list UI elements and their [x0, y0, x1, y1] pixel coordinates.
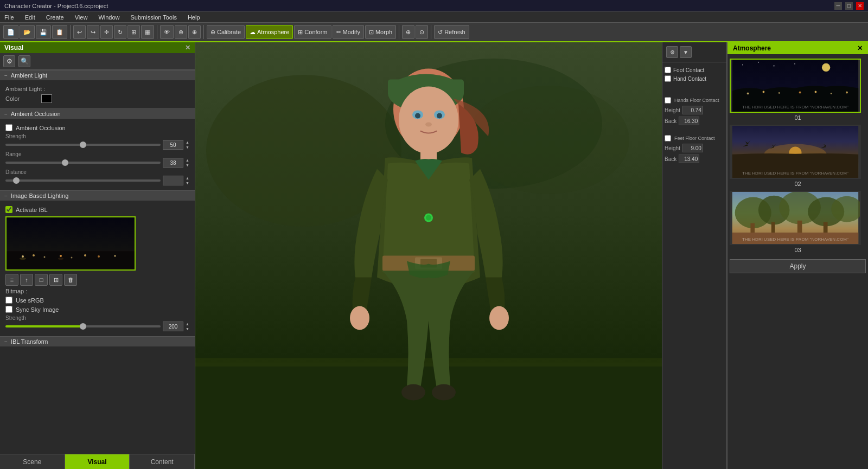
- conform-btn[interactable]: ⊞ Conform: [294, 25, 331, 39]
- strength-value[interactable]: [163, 140, 183, 150]
- range-label: Range: [5, 151, 189, 157]
- apply-button[interactable]: Apply: [730, 259, 866, 273]
- ibl-tool-delete[interactable]: 🗑: [64, 274, 77, 286]
- distance-down[interactable]: ▼: [186, 181, 189, 185]
- range-down[interactable]: ▼: [186, 163, 189, 168]
- hdri-watermark-01: THE HDRI USED HERE IS FROM "NORHAVEN.COM…: [731, 105, 860, 110]
- hand-contact-checkbox[interactable]: [665, 75, 671, 82]
- strength-up[interactable]: ▲: [186, 140, 189, 145]
- minimize-btn[interactable]: ─: [834, 2, 842, 10]
- morph-label: Morph: [375, 29, 392, 35]
- height-input-2[interactable]: [682, 144, 703, 152]
- ambient-light-header[interactable]: − Ambient Light: [0, 70, 195, 80]
- menu-edit[interactable]: Edit: [23, 14, 37, 21]
- svg-point-25: [437, 113, 442, 119]
- tab-scene[interactable]: Scene: [0, 454, 65, 469]
- distance-up[interactable]: ▲: [186, 176, 189, 181]
- maximize-btn[interactable]: □: [845, 2, 853, 10]
- tab-visual[interactable]: Visual: [65, 454, 130, 469]
- hdri-item-02[interactable]: THE HDRI USED HERE IS FROM "NORHAVEN.COM…: [730, 125, 866, 189]
- toolbar-rotate[interactable]: ↻: [114, 25, 126, 39]
- range-up[interactable]: ▲: [186, 158, 189, 163]
- right-tool-2[interactable]: ▼: [680, 46, 692, 58]
- toolbar-select[interactable]: ▦: [141, 25, 154, 39]
- ibl-header[interactable]: − Image Based Lighting: [0, 190, 195, 201]
- hdri-watermark-03: THE HDRI USED HERE IS FROM "NORHAVEN.COM…: [731, 237, 860, 242]
- toolbar-redo[interactable]: ↪: [87, 25, 99, 39]
- ibl-tool-list[interactable]: ≡: [5, 274, 18, 286]
- ambient-occlusion-header[interactable]: − Ambient Occlusion: [0, 108, 195, 119]
- toolbar-settings[interactable]: ⊙: [416, 25, 428, 39]
- toolbar-view2[interactable]: ⊚: [175, 25, 187, 39]
- svg-point-6: [71, 257, 73, 259]
- toolbar-save[interactable]: 💾: [36, 25, 51, 39]
- strength-slider[interactable]: [5, 144, 161, 146]
- height-input-1[interactable]: [682, 106, 703, 114]
- calibrate-btn[interactable]: ⊕ Calibrate: [207, 25, 245, 39]
- range-slider[interactable]: [5, 162, 161, 164]
- morph-btn[interactable]: ⊡ Morph: [365, 25, 396, 39]
- bottom-tabs: Scene Visual Content: [0, 454, 195, 469]
- ibl-strength-up[interactable]: ▲: [186, 322, 189, 326]
- ibl-preview[interactable]: [5, 216, 136, 271]
- ibl-strength-slider[interactable]: [5, 325, 161, 327]
- activate-ibl-checkbox[interactable]: [5, 206, 12, 213]
- back-input-2[interactable]: [679, 155, 699, 163]
- toolbar-open[interactable]: 📂: [20, 25, 35, 39]
- right-tool-1[interactable]: ⚙: [666, 46, 678, 58]
- toolbar-view3[interactable]: ⊕: [188, 25, 201, 39]
- menu-view[interactable]: View: [73, 14, 90, 21]
- viewport[interactable]: [195, 42, 662, 469]
- hands-floor-checkbox[interactable]: [665, 97, 671, 104]
- toolbar-edit-group: ↩ ↪ ✛ ↻ ⊞ ▦: [73, 25, 154, 39]
- modify-btn[interactable]: ✏ Modify: [333, 25, 364, 39]
- strength-down[interactable]: ▼: [186, 145, 189, 150]
- panel-tool-settings[interactable]: ⚙: [3, 55, 15, 67]
- atmosphere-btn[interactable]: ☁ Atmosphere: [246, 25, 293, 39]
- foot-contact-checkbox[interactable]: [665, 67, 671, 73]
- hands-floor-section: Hands Floor Contact Height Back: [665, 97, 724, 125]
- toolbar-add[interactable]: ⊕: [402, 25, 414, 39]
- ao-checkbox[interactable]: [5, 124, 12, 131]
- svg-point-40: [758, 62, 759, 63]
- color-swatch[interactable]: [41, 94, 52, 103]
- height-row-2: Height: [665, 144, 724, 152]
- hdri-item-01[interactable]: THE HDRI USED HERE IS FROM "NORHAVEN.COM…: [730, 59, 866, 123]
- toolbar-move[interactable]: ✛: [100, 25, 113, 39]
- panel-tool-search[interactable]: 🔍: [18, 55, 30, 67]
- tab-content[interactable]: Content: [130, 454, 195, 469]
- menu-help[interactable]: Help: [186, 14, 202, 21]
- menu-file[interactable]: File: [2, 14, 16, 21]
- visual-panel-close[interactable]: ✕: [185, 44, 190, 52]
- ibl-tool-edit[interactable]: □: [35, 274, 48, 286]
- toolbar-scale[interactable]: ⊞: [127, 25, 140, 39]
- ibl-tool-add[interactable]: ↑: [20, 274, 33, 286]
- menu-window[interactable]: Window: [96, 14, 122, 21]
- hand-contact-label: Hand Contact: [673, 76, 706, 82]
- menu-submission-tools[interactable]: Submission Tools: [129, 14, 179, 21]
- toolbar-save-as[interactable]: 📋: [52, 25, 67, 39]
- back-input-1[interactable]: [679, 117, 699, 125]
- distance-value[interactable]: [163, 176, 183, 185]
- sync-sky-checkbox[interactable]: [5, 306, 12, 313]
- toolbar-new[interactable]: 📄: [3, 25, 18, 39]
- use-srgb-checkbox[interactable]: [5, 297, 12, 304]
- svg-point-9: [114, 255, 116, 257]
- refresh-btn[interactable]: ↺ Refresh: [434, 25, 469, 39]
- distance-arrows: ▲ ▼: [186, 176, 189, 185]
- range-value[interactable]: [163, 158, 183, 168]
- hdri-item-03[interactable]: THE HDRI USED HERE IS FROM "NORHAVEN.COM…: [730, 191, 866, 255]
- titlebar-controls[interactable]: ─ □ ✕: [834, 2, 864, 10]
- toolbar-view1[interactable]: 👁: [160, 25, 174, 39]
- ibl-strength-value[interactable]: [163, 322, 183, 331]
- feet-floor-checkbox[interactable]: [665, 135, 671, 142]
- atmosphere-close[interactable]: ✕: [857, 44, 863, 52]
- menu-create[interactable]: Create: [44, 14, 66, 21]
- ibl-transform-header[interactable]: − IBL Transform: [0, 336, 195, 346]
- ibl-strength-down[interactable]: ▼: [186, 326, 189, 331]
- toolbar-undo[interactable]: ↩: [73, 25, 86, 39]
- close-btn[interactable]: ✕: [856, 2, 864, 10]
- atmosphere-icon: ☁: [250, 29, 256, 36]
- distance-slider[interactable]: [5, 179, 161, 182]
- ibl-tool-grid[interactable]: ⊞: [49, 274, 62, 286]
